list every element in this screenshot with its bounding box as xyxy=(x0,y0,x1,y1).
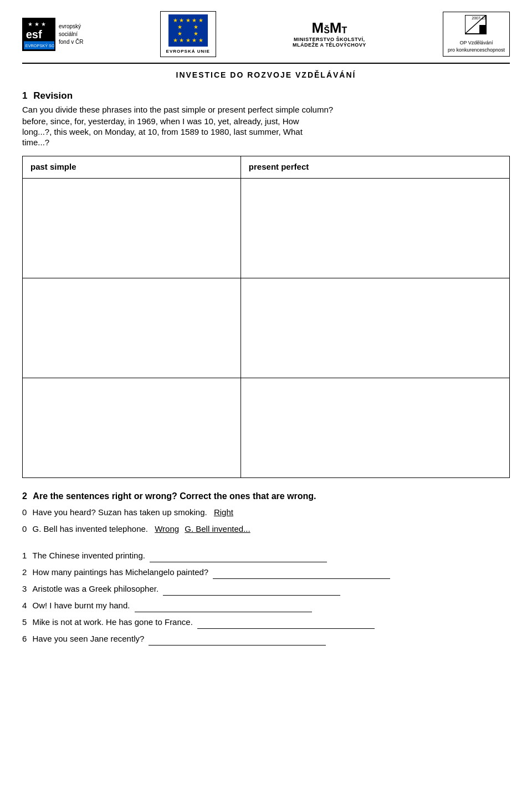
section2-number: 2 xyxy=(22,491,27,501)
item6-number: 6 xyxy=(22,634,27,643)
item4-answer-line xyxy=(135,612,312,612)
present-perfect-cell-3 xyxy=(241,378,509,478)
table-row-3 xyxy=(23,378,510,478)
section1: 1 Revision Can you divide these phrases … xyxy=(22,90,510,147)
col1-header: past simple xyxy=(23,156,241,179)
phrases-line1: before, since, for, yesterday, in 1969, … xyxy=(22,116,510,126)
item5-number: 5 xyxy=(22,617,27,627)
example0-label: 0 xyxy=(22,507,27,517)
svg-text:esf: esf xyxy=(25,28,42,40)
section2-heading: 2 Are the sentences right or wrong? Corr… xyxy=(22,491,510,501)
item-3: 3 Aristotle was a Greek philosopher. xyxy=(22,582,510,596)
item2-answer-line xyxy=(213,578,390,579)
item-4: 4 Ow! I have burnt my hand. xyxy=(22,599,510,612)
svg-rect-7 xyxy=(479,25,486,34)
eu-stars-icon: ★ ★ ★ ★ ★ ★ ★ ★ ★ ★ ★ ★ ★ ★ xyxy=(168,14,208,47)
msmt-logo: MŠMT MINISTERSTVO ŠKOLSTVÍ, MLÁDEŽE A TĚ… xyxy=(293,21,366,48)
item1-text: The Chinese invented printing. xyxy=(33,551,145,560)
tense-table: past simple present perfect xyxy=(22,156,510,478)
eu-label: EVROPSKÁ UNIE xyxy=(166,49,210,54)
op-title: OP Vzdělávání pro konkurenceschopnost xyxy=(448,39,505,53)
item6-answer-line xyxy=(149,645,326,646)
item3-number: 3 xyxy=(22,584,27,593)
present-perfect-cell-2 xyxy=(241,278,509,378)
eu-logo: ★ ★ ★ ★ ★ ★ ★ ★ ★ ★ ★ ★ ★ ★ EVROPSKÁ UNI… xyxy=(160,11,216,57)
item-2: 2 How many paintings has Michelangelo pa… xyxy=(22,566,510,579)
svg-text:EVROPSKÝ SOCIÁLNÍ: EVROPSKÝ SOCIÁLNÍ xyxy=(25,43,54,48)
svg-text:2007-13: 2007-13 xyxy=(472,16,487,20)
page: ★ ★ ★ esf EVROPSKÝ SOCIÁLNÍ evropský soc… xyxy=(0,0,532,671)
table-row-1 xyxy=(23,179,510,278)
esf-text: evropský sociální fond v ČR xyxy=(59,23,83,46)
example-0-wrong: 0 G. Bell has invented telephone. Wrong … xyxy=(22,522,510,536)
table-row-2 xyxy=(23,278,510,378)
item1-number: 1 xyxy=(22,551,27,560)
example0-wrong-text: G. Bell has invented telephone. xyxy=(33,524,148,533)
item2-text: How many paintings has Michelangelo pain… xyxy=(33,567,209,577)
example0-wrong-label: 0 xyxy=(22,524,27,533)
item4-text: Ow! I have burnt my hand. xyxy=(33,601,130,610)
section1-number: 1 xyxy=(22,90,27,101)
phrases-line3: time...? xyxy=(22,138,510,147)
item3-text: Aristotle was a Greek philosopher. xyxy=(33,584,159,593)
esf-box-icon: ★ ★ ★ esf EVROPSKÝ SOCIÁLNÍ xyxy=(22,18,55,51)
item-5: 5 Mike is not at work. He has gone to Fr… xyxy=(22,616,510,629)
phrases-line2: long...?, this week, on Monday, at 10, f… xyxy=(22,127,510,136)
example0-wrong-answer: Wrong xyxy=(155,524,179,533)
item4-number: 4 xyxy=(22,601,27,610)
item1-answer-line xyxy=(150,562,327,562)
item-6: 6 Have you seen Jane recently? xyxy=(22,632,510,646)
msmt-title: MINISTERSTVO ŠKOLSTVÍ, MLÁDEŽE A TĚLOVÝC… xyxy=(293,37,366,48)
op-logo-icon: 2007-13 xyxy=(448,15,505,38)
item5-answer-line xyxy=(197,628,375,629)
section2-title: Are the sentences right or wrong? Correc… xyxy=(33,491,316,501)
item3-answer-line xyxy=(163,595,340,596)
section1-instruction: Can you divide these phrases into the pa… xyxy=(22,105,510,114)
section1-title: Revision xyxy=(33,90,73,101)
item2-number: 2 xyxy=(22,567,27,577)
item-1: 1 The Chinese invented printing. xyxy=(22,549,510,562)
past-simple-cell-3 xyxy=(23,378,241,478)
item5-text: Mike is not at work. He has gone to Fran… xyxy=(33,617,193,627)
banner-title: INVESTICE DO ROZVOJE VZDĚLÁVÁNÍ xyxy=(22,70,510,79)
spacer1 xyxy=(22,539,510,549)
svg-text:★ ★ ★: ★ ★ ★ xyxy=(28,21,46,27)
section2: 2 Are the sentences right or wrong? Corr… xyxy=(22,491,510,646)
col2-header: present perfect xyxy=(241,156,509,179)
example0-answer: Right xyxy=(214,507,233,517)
op-logo: 2007-13 OP Vzdělávání pro konkurencescho… xyxy=(443,12,510,57)
example-0-right: 0 Have you heard? Suzan has taken up smo… xyxy=(22,506,510,519)
esf-logo: ★ ★ ★ esf EVROPSKÝ SOCIÁLNÍ evropský soc… xyxy=(22,18,83,51)
msmt-letters: MŠMT xyxy=(311,21,347,35)
item6-text: Have you seen Jane recently? xyxy=(33,634,145,643)
header-logos: ★ ★ ★ esf EVROPSKÝ SOCIÁLNÍ evropský soc… xyxy=(22,11,510,64)
past-simple-cell-1 xyxy=(23,179,241,278)
past-simple-cell-2 xyxy=(23,278,241,378)
section1-heading: 1 Revision xyxy=(22,90,510,101)
example0-text: Have you heard? Suzan has taken up smoki… xyxy=(33,507,207,517)
present-perfect-cell-1 xyxy=(241,179,509,278)
example0-correction: G. Bell invented... xyxy=(185,524,250,533)
